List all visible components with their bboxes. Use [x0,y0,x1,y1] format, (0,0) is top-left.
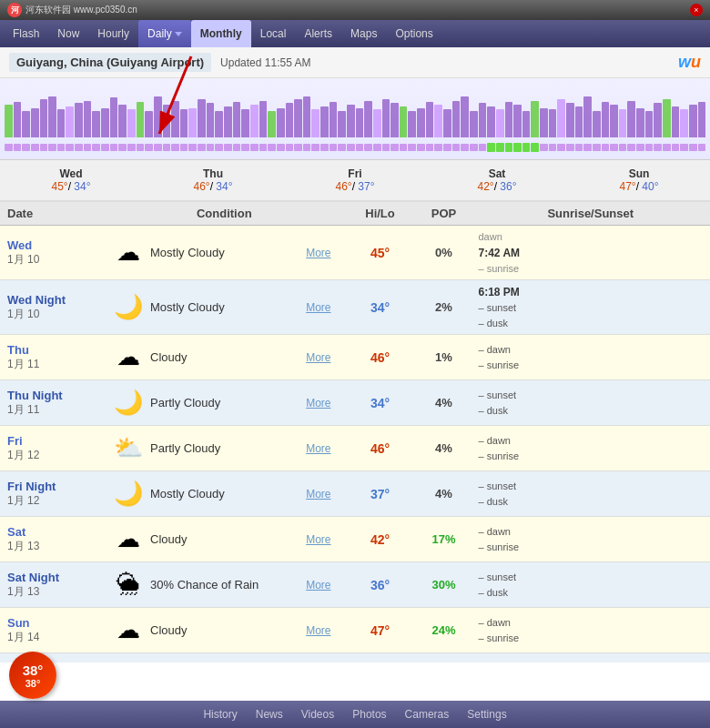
chart-bottom-bar [101,144,109,151]
bottom-nav-settings[interactable]: Settings [467,708,506,721]
chart-bar [163,105,171,137]
more-link[interactable]: More [306,351,336,364]
chart-bottom-bar [320,144,329,151]
temperature-badge: 38° 38° [9,652,56,699]
sunrise-note: – sunrise [479,449,704,464]
nav-monthly[interactable]: Monthly [191,20,251,47]
chart-bar [470,111,478,137]
row-temp: 34° [344,297,417,318]
chart-bar [101,108,109,138]
chart-bar [452,101,461,137]
chart-bottom-bar [92,144,100,151]
chart-bar [118,105,127,137]
sunrise-note: – sunrise [479,631,704,646]
chart-bar [311,109,320,137]
nav-hourly[interactable]: Hourly [88,20,138,47]
chart-bottom-row [0,137,710,157]
chart-bar [575,106,583,137]
row-sunrise: 6:18 PM – sunset – dusk [472,280,711,334]
sunrise-label: 6:18 PM [479,284,704,300]
chart-bar [277,108,285,138]
more-link[interactable]: More [306,488,336,500]
chart-bottom-bar [364,144,372,151]
date-label: Sun [7,616,97,630]
row-date: Thu 1月 11 [0,338,105,378]
nav-options[interactable]: Options [386,20,441,47]
chart-bottom-bar [557,144,565,151]
more-link[interactable]: More [306,442,336,455]
hi-temp: 46° [370,350,390,365]
chart-bar [198,99,206,137]
chart-bottom-bar [110,144,118,151]
chart-bottom-bar [188,144,197,151]
date-sub: 1月 12 [7,493,97,509]
row-date: Fri Night 1月 12 [0,474,105,514]
chart-bar [286,103,294,137]
condition-text: Partly Cloudy [150,396,220,410]
chart-bottom-bar [443,144,451,151]
row-date: Wed Night 1月 10 [0,288,105,328]
chart-bar [373,109,381,137]
more-link[interactable]: More [306,624,336,637]
more-link[interactable]: More [306,247,336,259]
bottom-nav-history[interactable]: History [203,708,237,721]
row-sunrise: – dawn – sunrise [472,430,711,467]
hi-temp: 45° [370,246,390,260]
weather-icon: ☁ [112,523,145,556]
nav-now[interactable]: Now [48,20,88,47]
chart-bottom-bar [31,144,39,151]
chart-bar [434,105,442,137]
chart-bottom-bar [417,144,425,151]
more-link[interactable]: More [306,533,336,546]
weather-icon: 🌙 [112,478,145,511]
more-link[interactable]: More [306,301,336,314]
day-summary-sat: Sat 42°/ 36° [426,164,568,197]
chart-bar [505,102,513,137]
sunrise-label: – dawn [479,524,704,540]
row-condition: ⛅Partly CloudyMore [105,429,344,469]
chart-bottom-bar [627,144,635,151]
bottom-nav-cameras[interactable]: Cameras [405,708,450,721]
more-link[interactable]: More [306,397,336,410]
bottom-nav-photos[interactable]: Photos [352,708,386,721]
chart-bottom-bar [540,144,548,151]
bottom-nav-news[interactable]: News [256,708,283,721]
chart-bottom-bar [610,144,618,151]
weather-icon: 🌙 [112,660,145,663]
nav-daily[interactable]: Daily [138,20,191,47]
nav-alerts[interactable]: Alerts [295,20,341,47]
row-condition: ☁CloudyMore [105,520,344,560]
chart-bar [180,109,188,137]
chart-bar [513,105,522,137]
nav-local[interactable]: Local [251,20,296,47]
sunrise-note: – dusk [479,585,704,601]
row-pop: 17% [417,529,472,550]
updated-time: Updated 11:55 AM [220,56,310,69]
condition-text: Mostly Cloudy [150,246,225,259]
more-link[interactable]: More [306,579,336,592]
chart-bottom-bar [408,144,416,151]
bottom-nav-videos[interactable]: Videos [301,708,334,721]
title-text: 河东软件园 www.pc0350.cn [25,4,137,16]
chart-bar [268,111,276,137]
chart-bar [207,103,215,137]
chart-bottom-bar [583,144,592,151]
sunrise-label: – sunset [479,661,704,662]
title-bar: 河 河东软件园 www.pc0350.cn × [0,0,710,20]
row-date: Sat 1月 13 [0,520,105,560]
close-button[interactable]: × [690,4,703,16]
weather-icon: 🌙 [112,387,145,420]
chart-bar [22,111,30,137]
nav-flash[interactable]: Flash [4,20,48,47]
date-sub: 1月 13 [7,539,97,554]
chart-bottom-bar [338,144,346,151]
lo-temp: 36° [370,578,390,592]
chart-bar [48,96,56,138]
chart-bottom-bar [593,144,601,151]
chart-bar [522,111,531,137]
row-condition: ☁CloudyMore [105,611,344,651]
row-sunrise: – sunset – dusk [472,475,711,512]
chart-bar [137,102,145,137]
weather-table[interactable]: Wed 1月 10 ☁Mostly CloudyMore45°0% dawn 7… [0,226,710,662]
nav-maps[interactable]: Maps [341,20,386,47]
